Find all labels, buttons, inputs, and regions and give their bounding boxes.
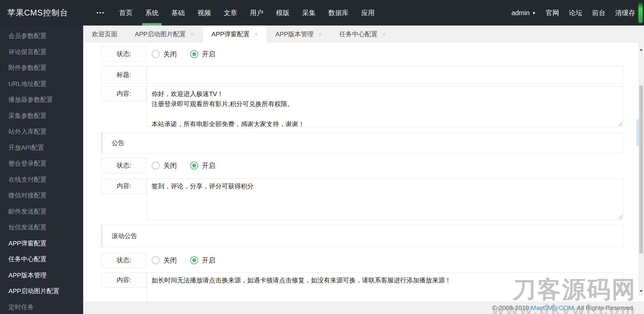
radio-off-label: 关闭 (163, 256, 177, 265)
chevron-down-icon: ▼ (532, 0, 536, 26)
topbar: 苹果CMS控制台 ••• 首页 系统 基础 视频 文章 用户 模版 采集 数据库… (0, 0, 644, 26)
tab-label: APP版本管理 (275, 30, 314, 39)
status-label: 状态: (101, 253, 147, 268)
topnav-item-system[interactable]: 系统 (139, 0, 165, 26)
topnav-item-home[interactable]: 首页 (113, 0, 139, 26)
sidebar-item-online-pay-config[interactable]: 在线支付配置 (0, 172, 83, 188)
radio-on-label: 开启 (202, 161, 215, 170)
radio-on-label: 开启 (202, 50, 215, 59)
radio-option-off[interactable]: 关闭 (152, 161, 177, 170)
sidebar-item-app-popup-config[interactable]: APP弹窗配置 (0, 235, 83, 252)
sidebar-item-wechat-config[interactable]: 微信对接配置 (0, 187, 83, 204)
radio-off-label: 关闭 (163, 50, 177, 59)
radio-on-icon[interactable] (190, 256, 198, 264)
tab-label: APP启动图片配置 (135, 30, 186, 39)
sidebar-item-open-api-config[interactable]: 开放API配置 (0, 140, 83, 156)
close-icon[interactable]: × (318, 31, 322, 37)
scrollbar-highlight (636, 119, 639, 146)
main-area: 欢迎页面 APP启动图片配置 × APP弹窗配置 × APP版本管理 × 任务中… (83, 26, 644, 314)
radio-option-on[interactable]: 开启 (190, 256, 215, 265)
title-label: 标题: (101, 66, 147, 84)
link-forum[interactable]: 论坛 (569, 0, 582, 26)
radio-option-off[interactable]: 关闭 (152, 256, 177, 265)
radio-option-on[interactable]: 开启 (190, 161, 215, 170)
tab-welcome[interactable]: 欢迎页面 (83, 26, 126, 43)
scroll-down-icon[interactable] (638, 288, 644, 294)
content-label: 内容: (101, 272, 147, 288)
link-official-site[interactable]: 官网 (546, 0, 559, 26)
more-menu-icon[interactable]: ••• (97, 0, 105, 26)
sidebar-item-sms-config[interactable]: 短信发送配置 (0, 219, 83, 235)
close-icon[interactable]: × (255, 31, 258, 37)
scrollbar-thumb[interactable] (639, 86, 643, 254)
popup-content-wrapper: 你好，欢迎进入极速TV！ 注册登录即可观看所有影片,积分可兑换所有权限。 本站承… (147, 86, 623, 127)
notice-content-wrapper: 签到，评论，分享，评分可获得积分 (147, 178, 623, 220)
scrolling-notice-status-radio-group: 关闭 开启 (147, 253, 215, 268)
radio-off-label: 关闭 (163, 161, 177, 170)
popup-content-textarea[interactable]: 你好，欢迎进入极速TV！ 注册登录即可观看所有影片,积分可兑换所有权限。 本站承… (147, 86, 623, 127)
radio-on-icon[interactable] (190, 50, 198, 58)
sidebar-item-app-splash-config[interactable]: APP启动图片配置 (0, 283, 83, 299)
vertical-scrollbar[interactable] (638, 43, 644, 296)
content-label: 内容: (101, 178, 147, 194)
link-clear-cache[interactable]: 清缓存 (615, 0, 635, 26)
tab-app-version-manage[interactable]: APP版本管理 × (267, 26, 331, 43)
topnav-item-article[interactable]: 文章 (217, 0, 244, 26)
sidebar-item-email-config[interactable]: 邮件发送配置 (0, 204, 83, 220)
topnav-item-collect[interactable]: 采集 (296, 0, 322, 26)
tab-label: 任务中心配置 (339, 30, 378, 39)
radio-option-on[interactable]: 开启 (190, 50, 215, 59)
section-header-scrolling-notice: 滚动公告 (101, 225, 623, 247)
sidebar-item-player-config[interactable]: 播放器参数配置 (0, 92, 83, 108)
copyright-prefix: © 2008-2019 (492, 304, 531, 311)
radio-off-icon[interactable] (152, 162, 160, 170)
sidebar-item-task-center-config[interactable]: 任务中心配置 (0, 251, 83, 267)
sidebar-item-app-version-manage[interactable]: APP版本管理 (0, 267, 83, 283)
tab-app-popup-config[interactable]: APP弹窗配置 × (203, 26, 267, 43)
tab-app-splash-config[interactable]: APP启动图片配置 × (126, 26, 203, 43)
radio-off-icon[interactable] (152, 256, 160, 264)
tab-bar: 欢迎页面 APP启动图片配置 × APP弹窗配置 × APP版本管理 × 任务中… (83, 26, 644, 43)
topnav-item-database[interactable]: 数据库 (322, 0, 355, 26)
sidebar-item-url-config[interactable]: URL地址配置 (0, 76, 83, 92)
status-label: 状态: (101, 158, 147, 173)
radio-off-icon[interactable] (152, 50, 160, 58)
link-front-site[interactable]: 前台 (592, 0, 605, 26)
topnav-item-basic[interactable]: 基础 (165, 0, 191, 26)
topnav-item-app[interactable]: 应用 (355, 0, 381, 26)
topnav-item-user[interactable]: 用户 (244, 0, 270, 26)
form-content: 状态: 关闭 开启 标题: 内容: 你好，欢迎进入极速TV！ 注册登录即可观看所… (83, 43, 644, 314)
maccms-link[interactable]: MacCMS.COM (531, 304, 574, 311)
topnav-item-template[interactable]: 模版 (270, 0, 296, 26)
sidebar-item-member-config[interactable]: 会员参数配置 (0, 28, 83, 44)
notice-content-textarea[interactable]: 签到，评论，分享，评分可获得积分 (147, 178, 623, 220)
radio-on-icon[interactable] (190, 162, 198, 170)
copyright-suffix: . All Rights Reserved. (574, 304, 635, 311)
close-icon[interactable]: × (191, 31, 194, 37)
sidebar-item-attachment-config[interactable]: 附件参数配置 (0, 60, 83, 76)
sidebar: 会员参数配置 评论留言配置 附件参数配置 URL地址配置 播放器参数配置 采集参… (0, 26, 83, 314)
sidebar-item-collect-config[interactable]: 采集参数配置 (0, 108, 83, 124)
close-icon[interactable]: × (382, 31, 386, 37)
topnav-item-video[interactable]: 视频 (191, 0, 217, 26)
popup-status-radio-group: 关闭 开启 (147, 46, 215, 62)
topbar-scroll-indicator (638, 3, 643, 23)
tab-task-center-config[interactable]: 任务中心配置 × (331, 26, 395, 43)
sidebar-item-comment-config[interactable]: 评论留言配置 (0, 44, 83, 60)
section-header-notice: 公告 (101, 133, 623, 153)
content-label: 内容: (101, 86, 147, 101)
topbar-right: admin▼ 官网 论坛 前台 清缓存 (512, 0, 635, 26)
status-label: 状态: (101, 46, 147, 62)
popup-title-input[interactable] (147, 66, 623, 84)
sidebar-item-external-store-config[interactable]: 站外入库配置 (0, 124, 83, 140)
radio-on-label: 开启 (202, 256, 215, 265)
sidebar-item-integrated-login-config[interactable]: 整合登录配置 (0, 155, 83, 172)
radio-option-off[interactable]: 关闭 (152, 50, 177, 59)
tab-label: 欢迎页面 (92, 30, 117, 39)
username: admin (512, 9, 530, 16)
app-logo: 苹果CMS控制台 (7, 0, 68, 26)
notice-status-radio-group: 关闭 开启 (147, 158, 215, 173)
user-menu[interactable]: admin▼ (512, 0, 536, 26)
sidebar-item-scheduled-tasks[interactable]: 定时任务 (0, 299, 83, 314)
scroll-up-icon[interactable] (638, 47, 644, 52)
